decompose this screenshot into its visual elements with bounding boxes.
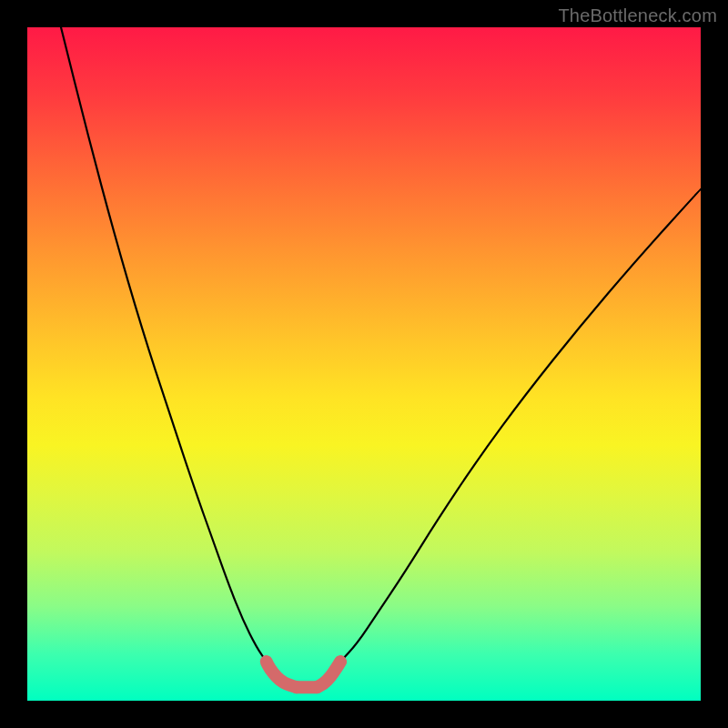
series-bottom-accent-right	[317, 662, 340, 687]
curve-group	[61, 27, 701, 687]
watermark-text: TheBottleneck.com	[558, 5, 717, 26]
plot-area	[27, 27, 701, 701]
series-curve-right	[340, 189, 701, 662]
curve-layer	[27, 27, 701, 701]
chart-frame: TheBottleneck.com	[0, 0, 728, 728]
series-curve-left	[61, 27, 267, 662]
